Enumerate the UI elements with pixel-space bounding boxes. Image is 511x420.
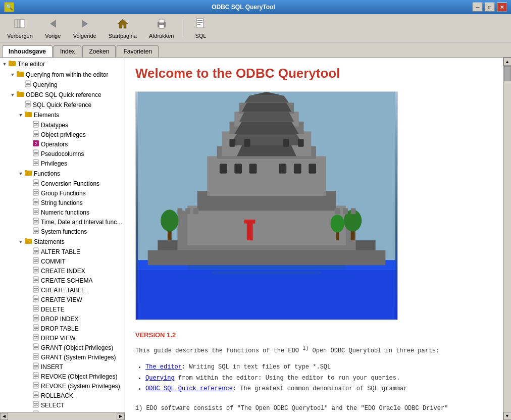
tree-item-label: COMMIT (41, 258, 66, 265)
restore-button[interactable]: □ (485, 3, 495, 12)
tree-item-alter-table[interactable]: ?ALTER TABLE (0, 247, 125, 256)
tree-item-pseudocolumns[interactable]: ?Pseudocolumns (0, 149, 125, 159)
scroll-left-btn[interactable]: ◀ (0, 413, 8, 420)
page-icon: ? (32, 314, 39, 323)
app-icon[interactable]: 🔍 (4, 2, 14, 12)
tree-item-elements[interactable]: ▼Elements (0, 110, 125, 120)
tree-item-insert[interactable]: ?INSERT (0, 362, 125, 372)
startpagina-icon (117, 18, 129, 32)
tree-item-label: Functions (34, 170, 60, 177)
toolbar-sql[interactable]: SQL (188, 17, 213, 40)
tree-item-datatypes[interactable]: ?Datatypes (0, 120, 125, 130)
expand-icon[interactable]: ▼ (17, 238, 24, 245)
expand-icon[interactable]: ▼ (9, 91, 16, 98)
expand-spacer (25, 335, 32, 342)
svg-text:?: ? (35, 403, 37, 407)
toolbar-verbergen[interactable]: Verbergen (3, 17, 37, 40)
tree-item-drop-table[interactable]: ?DROP TABLE (0, 324, 125, 333)
left-panel: ▼The editor▼Querying from within the edi… (0, 58, 125, 420)
scroll-track (503, 66, 511, 412)
toolbar-vorige[interactable]: Vorige (41, 17, 65, 40)
svg-text:?: ? (35, 336, 37, 340)
tree-item-object-privileges[interactable]: ?Object privileges (0, 130, 125, 139)
odbc-sql-link[interactable]: ODBC SQL Quick reference (145, 385, 233, 392)
tree-item-rollback[interactable]: ?ROLLBACK (0, 391, 125, 400)
tree-item-odbc-quick-ref[interactable]: ▼ODBC SQL Quick reference (0, 89, 125, 100)
svg-rect-236 (294, 164, 301, 174)
svg-text:?: ? (35, 346, 37, 349)
tree-item-querying[interactable]: ?Querying (0, 80, 125, 89)
page-icon: ? (32, 382, 39, 390)
tree-item-querying-from[interactable]: ▼Querying from within the editor (0, 69, 125, 80)
page-icon: ? (32, 198, 39, 207)
svg-marker-3 (50, 20, 56, 28)
tree-container[interactable]: ▼The editor▼Querying from within the edi… (0, 58, 125, 412)
expand-icon[interactable]: ▼ (1, 61, 8, 68)
editor-link[interactable]: The editor (145, 363, 182, 371)
tree-item-time-date-functions[interactable]: ?Time, Date and Interval functio... (0, 217, 125, 227)
tree-item-revoke-system[interactable]: ?REVOKE (System Privileges) (0, 381, 125, 391)
page-icon: ? (32, 305, 39, 313)
svg-text:?: ? (35, 288, 37, 292)
expand-icon[interactable]: ▼ (17, 112, 24, 119)
tree-item-statements[interactable]: ▼Statements (0, 236, 125, 247)
tree-item-grant-system[interactable]: ?GRANT (System Privileges) (0, 352, 125, 362)
tree-item-revoke-object[interactable]: ?REVOKE (Object Privileges) (0, 372, 125, 381)
right-scrollbar[interactable]: ▲ ▼ (503, 58, 511, 420)
tree-item-delete[interactable]: ?DELETE (0, 304, 125, 314)
tree-item-label: Pseudocolumns (41, 150, 84, 158)
tree-item-create-index[interactable]: ?CREATE INDEX (0, 266, 125, 276)
tree-item-drop-view[interactable]: ?DROP VIEW (0, 333, 125, 343)
svg-marker-225 (237, 145, 296, 156)
bottom-scrollbar[interactable]: ◀ ▶ (0, 412, 125, 420)
tree-item-drop-index[interactable]: ?DROP INDEX (0, 314, 125, 324)
tree-item-numeric-functions[interactable]: ?Numeric functions (0, 207, 125, 217)
page-icon: ? (32, 295, 39, 304)
tree-item-commit[interactable]: ?COMMIT (0, 256, 125, 266)
tab-inhoudsgave[interactable]: Inhoudsgave (2, 45, 53, 57)
expand-icon[interactable]: ▼ (17, 170, 24, 177)
toolbar-afdrukken[interactable]: Afdrukken (145, 17, 178, 40)
toolbar-startpagina[interactable]: Startpagina (105, 17, 141, 40)
expand-spacer (25, 209, 32, 216)
tree-item-create-table[interactable]: ?CREATE TABLE (0, 285, 125, 295)
desc-start: This guide describes the functions of th… (135, 347, 299, 354)
tree-item-editor[interactable]: ▼The editor (0, 59, 125, 69)
tree-item-label: Numeric functions (41, 209, 89, 216)
expand-spacer (25, 373, 32, 380)
tree-item-label: Conversion Functions (41, 180, 99, 187)
tree-item-create-schema[interactable]: ?CREATE SCHEMA (0, 276, 125, 285)
svg-rect-235 (279, 164, 287, 174)
expand-spacer (25, 199, 32, 206)
page-icon: ? (32, 208, 39, 217)
svg-text:?: ? (35, 123, 37, 127)
tree-item-privileges[interactable]: ?Privileges (0, 159, 125, 168)
tree-item-sql-quick-ref[interactable]: ?SQL Quick Reference (0, 100, 125, 110)
close-button[interactable]: ✕ (497, 3, 507, 12)
expand-spacer (25, 402, 32, 409)
scroll-up-btn[interactable]: ▲ (503, 58, 512, 66)
expand-spacer (25, 190, 32, 197)
tree-item-grant-object[interactable]: ?GRANT (Object Privileges) (0, 343, 125, 352)
tree-item-string-functions[interactable]: ?String functions (0, 198, 125, 207)
toolbar-volgende[interactable]: Volgende (69, 17, 100, 40)
minimize-button[interactable]: ─ (473, 3, 483, 12)
tree-item-group-functions[interactable]: ?Group Functions (0, 188, 125, 198)
tree-item-conv-functions[interactable]: ?Conversion Functions (0, 179, 125, 188)
querying-link[interactable]: Querying (145, 375, 175, 382)
tab-index[interactable]: Index (54, 45, 81, 57)
scroll-thumb[interactable] (504, 66, 511, 81)
tree-item-functions[interactable]: ▼Functions (0, 168, 125, 179)
expand-spacer (25, 354, 32, 361)
tree-item-select[interactable]: ?SELECT (0, 400, 125, 410)
scroll-down-btn[interactable]: ▼ (503, 412, 512, 420)
tabs-bar: Inhoudsgave Index Zoeken Favorieten (0, 42, 511, 58)
svg-rect-256 (335, 208, 340, 214)
tree-item-operators[interactable]: ?Operators (0, 139, 125, 149)
scroll-right-btn[interactable]: ▶ (117, 413, 125, 420)
tree-item-system-functions[interactable]: ?System functions (0, 227, 125, 236)
tab-zoeken[interactable]: Zoeken (82, 45, 116, 57)
tree-item-create-view[interactable]: ?CREATE VIEW (0, 295, 125, 304)
tab-favorieten[interactable]: Favorieten (117, 45, 159, 57)
expand-icon[interactable]: ▼ (9, 71, 16, 78)
